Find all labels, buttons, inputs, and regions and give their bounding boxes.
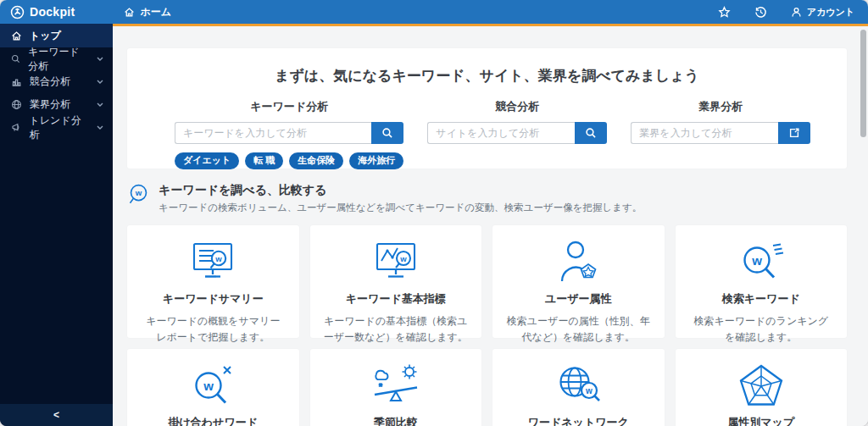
card-keyword-metrics[interactable]: w キーワード基本指標 キーワードの基本指標（検索ユーザー数など）を確認します。 bbox=[310, 225, 482, 338]
chevron-down-icon bbox=[97, 125, 103, 130]
app-window: Dockpit ホーム bbox=[0, 0, 868, 426]
card-title: ワードネットワーク bbox=[506, 415, 651, 426]
card-title: 掛け合わせワード bbox=[141, 415, 286, 426]
search-w-lines-icon: w bbox=[689, 237, 834, 288]
sidebar-item-label: キーワード分析 bbox=[28, 45, 89, 74]
tag-overseas-travel[interactable]: 海外旅行 bbox=[349, 152, 403, 169]
svg-text:w: w bbox=[203, 379, 214, 393]
account-label: アカウント bbox=[807, 6, 854, 19]
svg-text:w: w bbox=[135, 188, 142, 197]
hero-col-competitor: 競合分析 bbox=[415, 99, 619, 169]
card-title: 季節比較 bbox=[324, 415, 469, 426]
keyword-search-input[interactable] bbox=[175, 122, 371, 144]
site-search-input[interactable] bbox=[427, 122, 575, 144]
home-icon bbox=[11, 30, 22, 41]
keyword-search-button[interactable] bbox=[371, 122, 403, 144]
svg-text:w: w bbox=[215, 254, 223, 263]
svg-text:w: w bbox=[399, 254, 407, 263]
card-attribute-map[interactable]: 属性別マップ ユーザー属性を軸にワードをマッピングします。 bbox=[676, 349, 848, 426]
dockpit-logo-icon bbox=[10, 5, 25, 19]
radar-pentagon-icon bbox=[689, 361, 834, 412]
hero-col-label: 競合分析 bbox=[427, 99, 607, 114]
hero-title: まずは、気になるキーワード、サイト、業界を調べてみましょう bbox=[127, 66, 847, 86]
tag-diet[interactable]: ダイエット bbox=[175, 152, 239, 169]
history-clock-icon[interactable] bbox=[754, 6, 767, 19]
seesaw-season-icon bbox=[324, 361, 469, 412]
chevron-down-icon bbox=[97, 80, 103, 84]
card-desc: キーワードの基本指標（検索ユーザー数など）を確認します。 bbox=[324, 313, 469, 345]
card-cross-words[interactable]: w 掛け合わせワード 掛け合わせワードのランキングを確認します。 bbox=[127, 349, 299, 426]
search-icon bbox=[11, 53, 20, 64]
chevron-down-icon bbox=[97, 102, 103, 107]
dockpit-logo[interactable]: Dockpit bbox=[10, 5, 75, 19]
account-menu[interactable]: アカウント bbox=[791, 6, 854, 19]
globe-w-icon: w bbox=[506, 361, 651, 412]
hero-col-industry: 業界分析 bbox=[619, 99, 822, 169]
card-word-network[interactable]: w ワードネットワーク 掛け合わせワードをネットワーク図で可視化します。 bbox=[492, 349, 665, 426]
search-w-cross-icon: w bbox=[141, 361, 286, 412]
section-keyword-research: w キーワードを調べる、比較する キーワードの検索ボリューム、ユーザー属性などを… bbox=[127, 183, 847, 214]
topbar: Dockpit ホーム bbox=[0, 0, 868, 24]
topnav-home[interactable]: ホーム bbox=[124, 5, 171, 19]
user-badge-icon bbox=[506, 237, 651, 288]
topbar-right: アカウント bbox=[718, 6, 854, 19]
monitor-metrics-icon: w bbox=[324, 237, 469, 288]
sidebar-item-label: トップ bbox=[30, 29, 61, 43]
globe-icon bbox=[11, 99, 22, 110]
feature-cards-row-1: w キーワードサマリー キーワードの概観をサマリーレポートで把握します。 bbox=[127, 225, 847, 338]
card-season-compare[interactable]: 季節比較 期間によるユーザーの検索行動の移り変わりを確認します。 bbox=[310, 349, 482, 426]
sidebar-item-label: トレンド分析 bbox=[30, 113, 89, 142]
scrollbar-track[interactable] bbox=[860, 28, 866, 424]
feature-cards-row-2: w 掛け合わせワード 掛け合わせワードのランキングを確認します。 bbox=[127, 349, 847, 426]
collapse-chevron-left: < bbox=[53, 409, 59, 421]
hero-col-label: 業界分析 bbox=[631, 99, 810, 114]
card-user-attributes[interactable]: ユーザー属性 検索ユーザーの属性（性別、年代など）を確認します。 bbox=[492, 225, 665, 338]
card-search-keywords[interactable]: w 検索キーワード 検索キーワードのランキングを確認します。 bbox=[676, 225, 848, 338]
card-title: 属性別マップ bbox=[689, 415, 834, 426]
card-title: キーワードサマリー bbox=[141, 291, 286, 307]
bar-chart-icon bbox=[11, 76, 22, 87]
svg-text:w: w bbox=[585, 386, 593, 396]
card-desc: 検索キーワードのランキングを確認します。 bbox=[689, 313, 834, 345]
monitor-summary-icon: w bbox=[141, 237, 286, 288]
section-title: キーワードを調べる、比較する bbox=[159, 183, 642, 198]
favorite-star-icon[interactable] bbox=[718, 6, 731, 19]
hero-col-keyword: キーワード分析 ダイエット 転 職 生命保 bbox=[163, 99, 415, 169]
home-icon bbox=[124, 7, 135, 18]
section-subtitle: キーワードの検索ボリューム、ユーザー属性などを調べてキーワードの変動、検索ユーザ… bbox=[159, 202, 642, 214]
sidebar-item-label: 業界分析 bbox=[30, 97, 70, 112]
dockpit-logo-text: Dockpit bbox=[30, 5, 75, 19]
tag-life-insurance[interactable]: 生命保険 bbox=[289, 152, 343, 169]
sidebar: トップ キーワード分析 競合分析 bbox=[0, 24, 113, 426]
industry-search-input[interactable] bbox=[631, 122, 778, 144]
search-icon bbox=[381, 127, 393, 139]
scrollbar-thumb[interactable] bbox=[860, 30, 866, 137]
tag-career[interactable]: 転 職 bbox=[245, 152, 283, 169]
card-title: キーワード基本指標 bbox=[324, 291, 469, 307]
suggested-tags: ダイエット 転 職 生命保険 海外旅行 bbox=[175, 152, 403, 169]
magnifier-w-icon: w bbox=[127, 183, 150, 207]
sidebar-item-trend-analysis[interactable]: トレンド分析 bbox=[0, 116, 113, 139]
site-search-button[interactable] bbox=[575, 122, 607, 144]
topnav-home-label: ホーム bbox=[140, 5, 171, 19]
sidebar-item-keyword-analysis[interactable]: キーワード分析 bbox=[0, 47, 113, 70]
sidebar-collapse-button[interactable]: < bbox=[0, 404, 113, 426]
card-keyword-summary[interactable]: w キーワードサマリー キーワードの概観をサマリーレポートで把握します。 bbox=[127, 225, 299, 338]
card-title: 検索キーワード bbox=[689, 291, 834, 307]
hero-col-label: キーワード分析 bbox=[175, 99, 403, 114]
card-title: ユーザー属性 bbox=[506, 291, 651, 307]
user-icon bbox=[791, 7, 802, 18]
megaphone-icon bbox=[11, 122, 22, 133]
sidebar-item-label: 競合分析 bbox=[30, 75, 70, 89]
card-desc: 検索ユーザーの属性（性別、年代など）を確認します。 bbox=[506, 313, 651, 345]
chevron-down-icon bbox=[97, 57, 103, 61]
hero-panel: まずは、気になるキーワード、サイト、業界を調べてみましょう キーワード分析 bbox=[127, 48, 847, 169]
main-content: まずは、気になるキーワード、サイト、業界を調べてみましょう キーワード分析 bbox=[113, 24, 868, 426]
industry-select-button[interactable] bbox=[778, 122, 810, 144]
search-icon bbox=[585, 127, 597, 139]
card-desc: キーワードの概観をサマリーレポートで把握します。 bbox=[141, 313, 286, 345]
svg-text:w: w bbox=[751, 253, 762, 268]
select-box-icon bbox=[788, 127, 800, 139]
sidebar-item-competitor-analysis[interactable]: 競合分析 bbox=[0, 70, 113, 93]
